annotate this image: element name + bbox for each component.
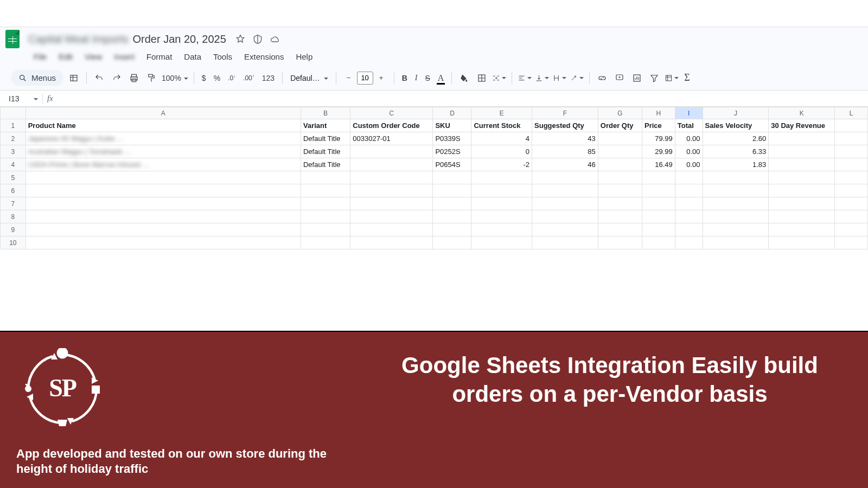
cell[interactable] <box>598 223 642 236</box>
cell[interactable] <box>769 132 835 145</box>
cell[interactable] <box>642 171 675 184</box>
cell[interactable] <box>598 171 642 184</box>
cell[interactable] <box>769 145 835 158</box>
column-header[interactable]: H <box>642 107 675 119</box>
column-header[interactable]: G <box>598 107 642 119</box>
cell[interactable] <box>642 210 675 223</box>
menu-help[interactable]: Help <box>291 50 317 63</box>
column-header[interactable]: E <box>471 107 532 119</box>
table-view-icon[interactable] <box>67 71 81 85</box>
cell[interactable]: Price <box>642 119 675 132</box>
row-header[interactable]: 8 <box>1 210 26 223</box>
cell[interactable] <box>350 197 433 210</box>
cell[interactable] <box>703 223 769 236</box>
column-header[interactable]: A <box>25 107 301 119</box>
cell[interactable]: 43 <box>532 132 598 145</box>
cell[interactable] <box>25 236 301 249</box>
row-header[interactable]: 5 <box>1 171 26 184</box>
row-header[interactable]: 1 <box>1 119 26 132</box>
cell[interactable] <box>835 119 868 132</box>
vertical-align-icon[interactable] <box>535 71 549 85</box>
cell[interactable] <box>471 184 532 197</box>
cell[interactable] <box>532 236 598 249</box>
cell[interactable] <box>471 171 532 184</box>
cell[interactable]: P0654S <box>433 158 471 171</box>
cell[interactable] <box>433 171 471 184</box>
cell[interactable]: Current Stock <box>471 119 532 132</box>
strikethrough-icon[interactable]: S <box>423 71 432 85</box>
cell[interactable]: 1.83 <box>703 158 769 171</box>
horizontal-align-icon[interactable] <box>518 71 532 85</box>
paint-format-icon[interactable] <box>144 71 158 85</box>
row-header[interactable]: 9 <box>1 223 26 236</box>
document-title[interactable]: Order Jan 20, 2025 <box>133 33 226 46</box>
text-​wrap-icon[interactable] <box>552 71 566 85</box>
cell[interactable] <box>471 236 532 249</box>
row-header[interactable]: 3 <box>1 145 26 158</box>
cell[interactable] <box>532 197 598 210</box>
redo-icon[interactable] <box>110 71 124 85</box>
cell[interactable] <box>835 132 868 145</box>
cell[interactable] <box>301 210 350 223</box>
select-all-corner[interactable] <box>1 107 26 119</box>
cell[interactable] <box>675 171 703 184</box>
cell[interactable] <box>532 210 598 223</box>
row-header[interactable]: 4 <box>1 158 26 171</box>
row-header[interactable]: 10 <box>1 236 26 249</box>
print-icon[interactable] <box>127 71 141 85</box>
decrease-decimals-icon[interactable]: .0↓ <box>226 71 238 85</box>
cell[interactable]: Product Name <box>25 119 301 132</box>
cell[interactable] <box>433 236 471 249</box>
cell[interactable] <box>835 171 868 184</box>
cell[interactable] <box>769 171 835 184</box>
cell[interactable] <box>835 223 868 236</box>
text-rotation-icon[interactable] <box>570 71 584 85</box>
cell[interactable]: 6.33 <box>703 145 769 158</box>
font-size-input[interactable] <box>357 72 373 85</box>
cell[interactable] <box>769 158 835 171</box>
cell[interactable] <box>471 223 532 236</box>
cell[interactable] <box>642 223 675 236</box>
cell[interactable] <box>598 184 642 197</box>
cell[interactable] <box>703 197 769 210</box>
column-header[interactable]: D <box>433 107 471 119</box>
cell[interactable] <box>433 210 471 223</box>
menu-edit[interactable]: Edit <box>54 50 77 63</box>
font-size-plus[interactable]: + <box>374 71 388 85</box>
menu-extensions[interactable]: Extensions <box>240 50 288 63</box>
cell[interactable]: Default Title <box>301 145 350 158</box>
cell[interactable] <box>598 210 642 223</box>
cell[interactable] <box>769 210 835 223</box>
currency-icon[interactable]: $ <box>200 71 208 85</box>
insert-comment-icon[interactable] <box>612 71 627 85</box>
functions-icon[interactable]: Σ <box>682 71 692 85</box>
cell[interactable] <box>350 210 433 223</box>
menu-insert[interactable]: Insert <box>110 50 139 63</box>
fill-color-icon[interactable] <box>457 71 471 85</box>
google-sheets-logo[interactable] <box>5 30 20 48</box>
cell[interactable] <box>25 223 301 236</box>
cell[interactable] <box>301 184 350 197</box>
cell[interactable]: 0.00 <box>675 145 703 158</box>
cell[interactable]: Order Qty <box>598 119 642 132</box>
row-header[interactable]: 6 <box>1 184 26 197</box>
cell[interactable] <box>598 197 642 210</box>
menu-format[interactable]: Format <box>142 50 177 63</box>
cell[interactable]: Total <box>675 119 703 132</box>
cell[interactable]: 0.00 <box>675 158 703 171</box>
cell[interactable]: P0339S <box>433 132 471 145</box>
cell[interactable] <box>675 236 703 249</box>
cell[interactable] <box>835 197 868 210</box>
text-color-icon[interactable]: A <box>436 71 446 85</box>
cell[interactable]: 29.99 <box>642 145 675 158</box>
row-header[interactable]: 7 <box>1 197 26 210</box>
cell[interactable] <box>301 223 350 236</box>
cell[interactable]: 46 <box>532 158 598 171</box>
create-filter-icon[interactable] <box>647 71 661 85</box>
cell[interactable]: 79.99 <box>642 132 675 145</box>
spreadsheet-grid[interactable]: ABCDEFGHIJKL 1Product NameVariantCustom … <box>0 107 868 249</box>
cell[interactable]: Suggested Qty <box>532 119 598 132</box>
cell[interactable]: Custom Order Code <box>350 119 433 132</box>
cell[interactable]: Australian Wagyu | Tomahawk … <box>25 145 301 158</box>
cell[interactable] <box>471 197 532 210</box>
